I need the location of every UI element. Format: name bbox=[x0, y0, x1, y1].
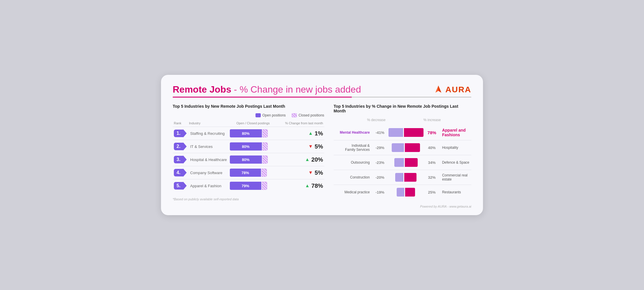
right-increase-pct: 25% bbox=[425, 190, 439, 194]
change-cell: ▼ 5% bbox=[276, 143, 323, 150]
right-increase-pct: 32% bbox=[425, 175, 439, 180]
legend: Open positions Closed positions bbox=[173, 113, 324, 117]
arrow-down-icon: ▼ bbox=[308, 170, 313, 175]
right-increase-pct: 78% bbox=[425, 130, 439, 135]
legend-closed-box bbox=[292, 113, 297, 117]
table-row: 4. Company Software 78% ▼ 5% bbox=[173, 166, 324, 179]
bar-open: 80% bbox=[230, 155, 262, 164]
table-row: 2. IT & Services 80% ▼ 5% bbox=[173, 140, 324, 153]
bar-open: 78% bbox=[230, 169, 261, 177]
change-cell: ▲ 20% bbox=[276, 156, 323, 163]
change-value: 5% bbox=[315, 169, 323, 176]
title-rest: - % Change in new jobs added bbox=[231, 84, 361, 95]
bar-decrease bbox=[395, 173, 403, 182]
arrow-down-icon: ▼ bbox=[308, 144, 313, 149]
rank-badge: 2. bbox=[174, 142, 189, 151]
rank-badge: 1. bbox=[174, 129, 189, 137]
rank-triangle bbox=[183, 129, 187, 137]
legend-closed-label: Closed positions bbox=[299, 113, 324, 117]
bar-closed bbox=[262, 142, 268, 151]
arrow-up-icon: ▲ bbox=[308, 131, 313, 136]
col-postings: Open / Closed postings bbox=[230, 121, 276, 125]
right-left-industry: Medical practice bbox=[334, 190, 372, 194]
bar-container: 78% bbox=[230, 169, 276, 177]
right-decrease-pct: -19% bbox=[373, 190, 387, 194]
bar-open: 80% bbox=[230, 129, 262, 137]
arrow-up-icon: ▲ bbox=[305, 157, 310, 162]
arrow-up-icon: ▲ bbox=[305, 183, 310, 188]
main-card: Remote Jobs - % Change in new jobs added… bbox=[161, 75, 483, 215]
left-panel: Top 5 Industries by New Remote Job Posti… bbox=[173, 104, 324, 208]
col-decrease-label: % decrease bbox=[367, 118, 386, 122]
right-bars bbox=[388, 173, 424, 182]
right-table: Mental Healthcare -41% 78% Apparel and F… bbox=[334, 125, 471, 199]
bar-decrease bbox=[392, 143, 404, 152]
change-cell: ▲ 1% bbox=[276, 130, 323, 137]
bar-closed bbox=[262, 169, 267, 177]
header-divider bbox=[173, 97, 471, 98]
legend-open-box bbox=[256, 113, 261, 117]
right-bars bbox=[388, 188, 424, 197]
change-value: 5% bbox=[315, 143, 323, 150]
bar-open: 79% bbox=[230, 182, 261, 190]
bar-container: 80% bbox=[230, 142, 276, 151]
col-industry: Industry bbox=[189, 121, 230, 125]
rank-triangle bbox=[183, 155, 187, 164]
industry-name: Staffing & Recruiting bbox=[189, 131, 230, 136]
right-increase-pct: 34% bbox=[425, 160, 439, 165]
change-value: 20% bbox=[312, 156, 323, 163]
right-right-industry: Apparel and Fashions bbox=[440, 128, 471, 137]
bar-increase bbox=[404, 173, 416, 182]
right-right-industry: Commercial real estate bbox=[440, 173, 471, 181]
rank-badge: 5. bbox=[174, 182, 189, 190]
bar-container: 79% bbox=[230, 182, 276, 190]
right-col-headers: % decrease % increase bbox=[334, 118, 471, 122]
right-left-industry: Individual &Family Services bbox=[334, 144, 372, 152]
right-decrease-pct: -29% bbox=[373, 146, 387, 150]
bar-increase bbox=[405, 158, 418, 167]
industry-name: Hospital & Healthcare bbox=[189, 158, 230, 162]
rank-number: 5. bbox=[174, 182, 183, 190]
header: Remote Jobs - % Change in new jobs added… bbox=[173, 84, 471, 95]
right-bars bbox=[388, 128, 424, 137]
col-rank: Rank bbox=[174, 121, 189, 125]
rank-number: 4. bbox=[174, 169, 183, 176]
powered-by-text: Powered by AURA - www.getaura.ai bbox=[420, 205, 471, 208]
right-decrease-pct: -23% bbox=[373, 160, 387, 165]
table-row: 3. Hospital & Healthcare 80% ▲ 20% bbox=[173, 153, 324, 166]
rank-triangle bbox=[183, 182, 187, 190]
svg-marker-2 bbox=[435, 86, 438, 93]
table-header: Rank Industry Open / Closed postings % C… bbox=[173, 121, 324, 125]
change-value: 78% bbox=[312, 183, 323, 189]
right-table-row: Medical practice -19% 25% Restaurants bbox=[334, 185, 471, 199]
bar-decrease bbox=[397, 188, 404, 197]
footnote: *Based on publicly available self-report… bbox=[173, 197, 324, 201]
rank-badge: 3. bbox=[174, 155, 189, 164]
rank-triangle bbox=[183, 142, 187, 151]
legend-closed: Closed positions bbox=[292, 113, 324, 117]
industry-name: Company Software bbox=[189, 171, 230, 175]
right-table-row: Construction -20% 32% Commercial real es… bbox=[334, 170, 471, 185]
page-title: Remote Jobs - % Change in new jobs added bbox=[173, 84, 361, 95]
change-cell: ▼ 5% bbox=[276, 169, 323, 176]
right-left-industry: Outsourcing bbox=[334, 160, 372, 165]
rank-badge: 4. bbox=[174, 169, 189, 177]
right-bars bbox=[388, 158, 424, 167]
left-panel-title: Top 5 Industries by New Remote Job Posti… bbox=[173, 104, 324, 109]
content-area: Top 5 Industries by New Remote Job Posti… bbox=[173, 104, 471, 208]
bar-closed bbox=[262, 129, 268, 137]
right-decrease-pct: -41% bbox=[373, 130, 387, 135]
rank-number: 2. bbox=[174, 143, 183, 150]
industry-name: Apparel & Fashion bbox=[189, 184, 230, 188]
col-increase-label: % increase bbox=[424, 118, 441, 122]
bar-closed bbox=[262, 155, 268, 164]
bar-increase bbox=[405, 188, 415, 197]
right-right-industry: Hospitality bbox=[440, 146, 471, 150]
change-value: 1% bbox=[315, 130, 323, 137]
bar-container: 80% bbox=[230, 155, 276, 164]
right-table-row: Outsourcing -23% 34% Defence & Space bbox=[334, 155, 471, 170]
rank-number: 1. bbox=[174, 130, 183, 137]
left-table: 1. Staffing & Recruiting 80% ▲ 1% 2. IT … bbox=[173, 127, 324, 192]
right-table-row: Mental Healthcare -41% 78% Apparel and F… bbox=[334, 125, 471, 140]
right-bars bbox=[388, 143, 424, 152]
